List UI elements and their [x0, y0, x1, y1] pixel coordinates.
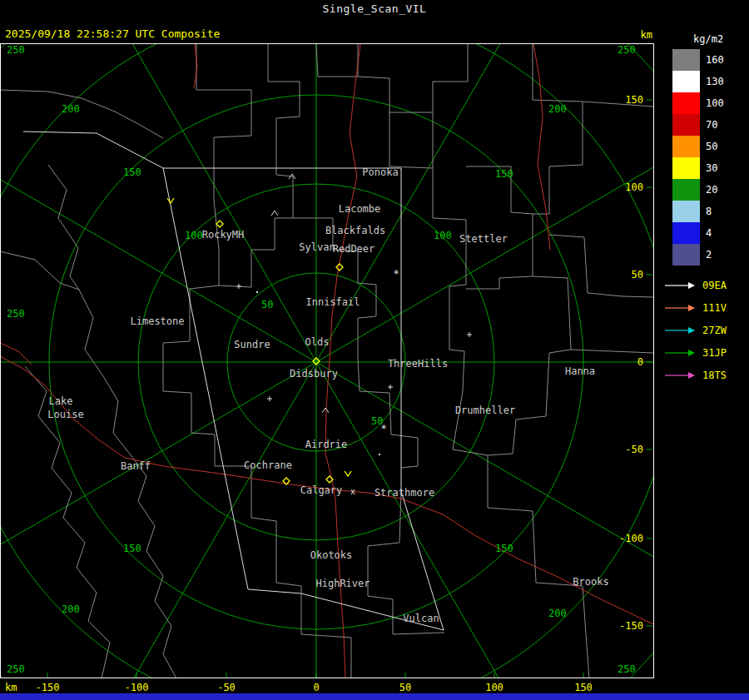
- radar-arrow-icon: [664, 304, 696, 312]
- legend-row: 50: [654, 136, 749, 157]
- range-label: 150: [123, 166, 141, 178]
- town-marker: [256, 291, 258, 293]
- radar-arrow-icon: [664, 349, 696, 357]
- town-marker: x: [350, 487, 355, 496]
- legend-row: 130: [654, 71, 749, 92]
- legend-row: 100: [654, 92, 749, 114]
- legend-value: 70: [706, 119, 717, 131]
- town-marker: [379, 454, 380, 455]
- city-label: ThreeHills: [388, 358, 448, 370]
- color-scale: 16013010070503020842: [654, 49, 749, 266]
- city-label: Strathmore: [374, 487, 434, 499]
- town-marker: *: [393, 268, 399, 280]
- range-label: 200: [62, 603, 80, 615]
- radar-arrow-icon: [664, 326, 696, 335]
- city-label: Ponoka: [362, 166, 398, 178]
- city-label: Cochrane: [244, 459, 292, 471]
- city-label: RockyMH: [202, 229, 245, 241]
- x-axis-unit-label: km: [5, 682, 17, 693]
- x-axis-tick-label: 0: [313, 682, 319, 693]
- city-label: RedDeer: [333, 243, 375, 255]
- range-label: 250: [7, 663, 25, 675]
- range-label: 250: [618, 44, 636, 56]
- city-label: Sundre: [234, 339, 270, 350]
- range-label: 100: [185, 230, 203, 241]
- legend-value: 100: [706, 97, 724, 109]
- y-axis-tick-label: 0: [637, 356, 643, 368]
- radar-arrow-row: 18TS: [654, 364, 749, 386]
- legend-swatch: [672, 157, 700, 179]
- city-label: Calgary: [300, 484, 343, 496]
- city-label: Innisfail: [305, 296, 360, 308]
- legend-row: 70: [654, 114, 749, 136]
- legend-swatch: [672, 114, 700, 136]
- radar-arrow-icon: [664, 281, 696, 290]
- radar-id-label: 18TS: [702, 370, 727, 381]
- range-label: 200: [62, 103, 80, 115]
- legend-swatch: [672, 222, 700, 244]
- city-label: Drumheller: [455, 405, 515, 416]
- legend-row: 30: [654, 157, 749, 179]
- radar-arrow-icon: [664, 371, 696, 380]
- legend-swatch: [672, 136, 700, 157]
- legend-swatch: [672, 179, 700, 201]
- legend-row: 8: [654, 201, 749, 222]
- y-axis-unit-label: km: [641, 29, 652, 41]
- legend-value: 20: [706, 184, 717, 196]
- city-label: Didsbury: [290, 368, 338, 380]
- radar-application: { "window": { "title": "Single_Scan_VIL"…: [0, 0, 749, 700]
- legend-row: 4: [654, 222, 749, 244]
- legend-value: 2: [706, 249, 712, 261]
- legend-swatch: [672, 71, 700, 92]
- y-axis-tick-label: -100: [619, 533, 643, 544]
- legend-swatch: [672, 201, 700, 222]
- city-label: Limestone: [130, 315, 184, 327]
- radar-arrow-row: 09EA: [654, 274, 749, 296]
- legend-value: 130: [706, 76, 724, 87]
- city-label: Vulcan: [403, 613, 439, 624]
- y-axis-tick-label: -50: [625, 444, 643, 455]
- range-label: 50: [261, 299, 273, 310]
- legend-value: 30: [706, 162, 717, 174]
- city-label: Okotoks: [310, 549, 353, 561]
- x-axis-tick-label: 50: [399, 682, 411, 693]
- y-axis-tick-label: -150: [619, 620, 643, 632]
- x-axis-tick-label: -100: [125, 682, 149, 693]
- legend-unit-label: kg/m2: [693, 33, 749, 45]
- city-label: HighRiver: [315, 578, 370, 589]
- range-label: 200: [548, 608, 567, 619]
- city-label: Blackfalds: [325, 225, 385, 236]
- city-label: Louise: [47, 409, 83, 420]
- x-axis-tick-label: -50: [217, 682, 236, 693]
- city-label: Airdrie: [305, 439, 348, 450]
- legend-value: 160: [706, 54, 724, 66]
- radar-arrow-row: 31JP: [654, 341, 749, 364]
- city-label: Stettler: [459, 233, 508, 245]
- city-label: Sylvan: [299, 241, 335, 253]
- legend-swatch: [672, 244, 700, 266]
- radar-id-label: 09EA: [702, 280, 727, 291]
- legend-value: 8: [706, 206, 712, 217]
- legend-value: 50: [706, 141, 717, 152]
- range-label: 250: [618, 663, 636, 675]
- legend-swatch: [672, 49, 700, 71]
- radar-arrow-legend: 09EA111V27ZW31JP18TS: [654, 274, 749, 386]
- y-axis-tick-label: 50: [632, 269, 643, 280]
- legend-panel: kg/m2 16013010070503020842 09EA111V27ZW3…: [654, 33, 749, 386]
- legend-row: 2: [654, 244, 749, 266]
- legend-value: 4: [706, 227, 712, 239]
- x-axis-tick-label: 100: [485, 682, 503, 693]
- radar-map-canvas[interactable]: 2502001501001001502002502505050150200250…: [0, 0, 654, 700]
- y-axis-tick-label: 150: [625, 94, 643, 106]
- radar-id-label: 111V: [702, 302, 727, 314]
- radar-id-label: 31JP: [702, 347, 727, 359]
- city-label: Lake: [49, 395, 73, 407]
- legend-swatch: [672, 92, 700, 114]
- range-label: 100: [434, 230, 452, 241]
- range-label: 250: [7, 308, 25, 320]
- city-label: Lacombe: [339, 203, 381, 215]
- range-label: 150: [495, 543, 513, 554]
- town-marker: *: [380, 423, 386, 434]
- legend-row: 20: [654, 179, 749, 201]
- radar-arrow-row: 27ZW: [654, 319, 749, 341]
